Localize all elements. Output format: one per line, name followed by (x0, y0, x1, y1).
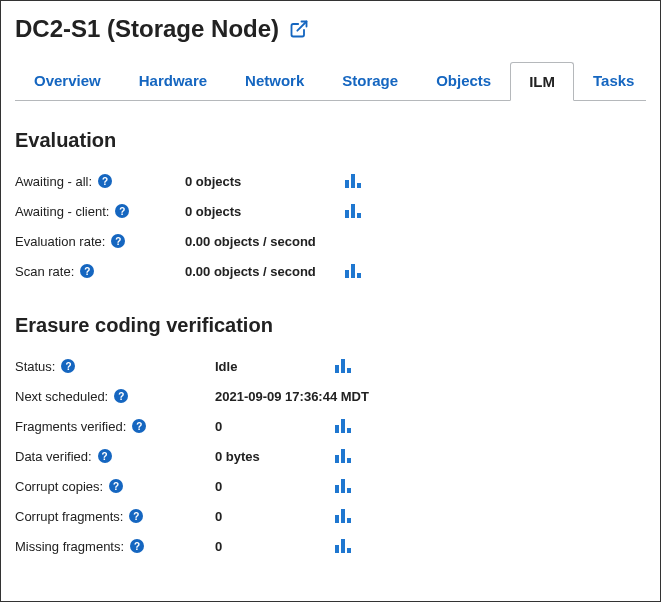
value-status: Idle (215, 359, 335, 374)
chart-icon[interactable] (335, 359, 351, 373)
tab-hardware[interactable]: Hardware (120, 61, 226, 100)
help-icon[interactable]: ? (114, 389, 128, 403)
row-evaluation-rate: Evaluation rate: ? 0.00 objects / second (15, 226, 646, 256)
label-scan-rate: Scan rate: (15, 264, 74, 279)
row-status: Status: ? Idle (15, 351, 646, 381)
row-next-scheduled: Next scheduled: ? 2021-09-09 17:36:44 MD… (15, 381, 646, 411)
value-data-verified: 0 bytes (215, 449, 335, 464)
help-icon[interactable]: ? (98, 449, 112, 463)
value-next-scheduled: 2021-09-09 17:36:44 MDT (215, 389, 369, 404)
value-scan-rate: 0.00 objects / second (185, 264, 345, 279)
help-icon[interactable]: ? (80, 264, 94, 278)
help-icon[interactable]: ? (115, 204, 129, 218)
row-fragments-verified: Fragments verified: ? 0 (15, 411, 646, 441)
help-icon[interactable]: ? (98, 174, 112, 188)
chart-icon[interactable] (335, 509, 351, 523)
label-next-scheduled: Next scheduled: (15, 389, 108, 404)
help-icon[interactable]: ? (130, 539, 144, 553)
chart-icon[interactable] (345, 174, 361, 188)
value-fragments-verified: 0 (215, 419, 335, 434)
label-corrupt-copies: Corrupt copies: (15, 479, 103, 494)
label-awaiting-client: Awaiting - client: (15, 204, 109, 219)
help-icon[interactable]: ? (111, 234, 125, 248)
tab-bar: Overview Hardware Network Storage Object… (15, 61, 646, 101)
row-scan-rate: Scan rate: ? 0.00 objects / second (15, 256, 646, 286)
value-awaiting-client: 0 objects (185, 204, 345, 219)
chart-icon[interactable] (345, 264, 361, 278)
section-title-evaluation: Evaluation (15, 129, 646, 152)
row-corrupt-copies: Corrupt copies: ? 0 (15, 471, 646, 501)
value-corrupt-copies: 0 (215, 479, 335, 494)
chart-icon[interactable] (335, 539, 351, 553)
chart-icon[interactable] (335, 449, 351, 463)
tab-storage[interactable]: Storage (323, 61, 417, 100)
help-icon[interactable]: ? (61, 359, 75, 373)
row-awaiting-client: Awaiting - client: ? 0 objects (15, 196, 646, 226)
label-evaluation-rate: Evaluation rate: (15, 234, 105, 249)
value-missing-fragments: 0 (215, 539, 335, 554)
row-corrupt-fragments: Corrupt fragments: ? 0 (15, 501, 646, 531)
page-title-text: DC2-S1 (Storage Node) (15, 15, 279, 43)
chart-icon[interactable] (335, 419, 351, 433)
row-awaiting-all: Awaiting - all: ? 0 objects (15, 166, 646, 196)
label-status: Status: (15, 359, 55, 374)
open-external-icon[interactable] (289, 19, 309, 39)
chart-icon[interactable] (345, 204, 361, 218)
help-icon[interactable]: ? (109, 479, 123, 493)
value-corrupt-fragments: 0 (215, 509, 335, 524)
tab-overview[interactable]: Overview (15, 61, 120, 100)
row-data-verified: Data verified: ? 0 bytes (15, 441, 646, 471)
chart-icon[interactable] (335, 479, 351, 493)
value-awaiting-all: 0 objects (185, 174, 345, 189)
svg-line-0 (297, 22, 306, 31)
help-icon[interactable]: ? (132, 419, 146, 433)
row-missing-fragments: Missing fragments: ? 0 (15, 531, 646, 561)
tab-tasks[interactable]: Tasks (574, 61, 653, 100)
label-missing-fragments: Missing fragments: (15, 539, 124, 554)
value-evaluation-rate: 0.00 objects / second (185, 234, 345, 249)
tab-ilm[interactable]: ILM (510, 62, 574, 101)
tab-objects[interactable]: Objects (417, 61, 510, 100)
page-title: DC2-S1 (Storage Node) (15, 15, 646, 43)
help-icon[interactable]: ? (129, 509, 143, 523)
label-corrupt-fragments: Corrupt fragments: (15, 509, 123, 524)
label-data-verified: Data verified: (15, 449, 92, 464)
section-title-ecv: Erasure coding verification (15, 314, 646, 337)
tab-network[interactable]: Network (226, 61, 323, 100)
label-awaiting-all: Awaiting - all: (15, 174, 92, 189)
label-fragments-verified: Fragments verified: (15, 419, 126, 434)
